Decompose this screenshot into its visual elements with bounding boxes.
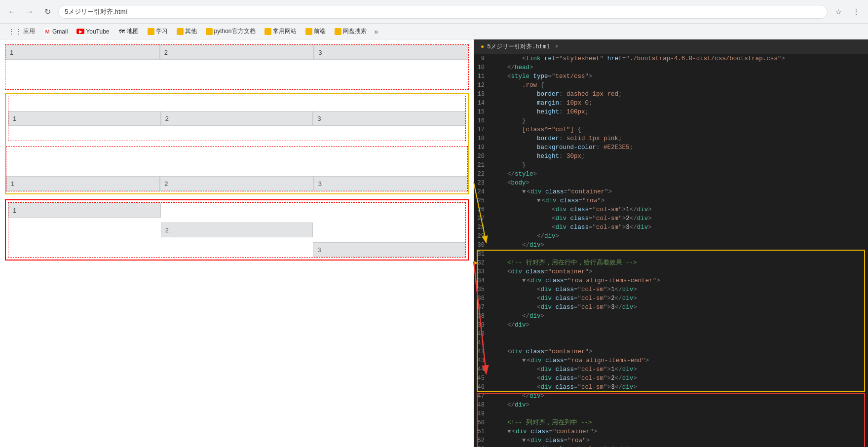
bookmark-common[interactable]: 常用网站: [262, 26, 300, 37]
tab-icon: ●: [481, 43, 484, 50]
code-editor[interactable]: ● 5メジリー引对齐.html × 9 <link rel="styleshee…: [474, 39, 868, 447]
bookmark-apps-label: 应用: [23, 27, 35, 36]
code-line-43: 43 ▼<div class="row align-items-end">: [474, 356, 868, 365]
main-area: 1 2 3: [0, 39, 868, 447]
bookmark-python[interactable]: python官方文档: [203, 26, 259, 37]
code-line-23: 23 <body>: [474, 179, 868, 187]
bookmarks-bar: ⋮⋮ 应用 M Gmail ▶ YouTube 🗺 地图 学习 其他 pytho…: [0, 24, 868, 39]
section1-col1: 1: [5, 45, 160, 60]
code-line-31: 31: [474, 250, 868, 259]
bookmark-apps[interactable]: ⋮⋮ 应用: [5, 26, 38, 37]
code-line-44: 44 <div class="col-sm">1</div>: [474, 365, 868, 374]
code-line-28: 28 <div class="col-sm">3</div>: [474, 223, 868, 232]
code-line-36: 36 <div class="col-sm">2</div>: [474, 294, 868, 303]
code-line-21: 21 }: [474, 161, 868, 170]
section4-col1: 1: [8, 203, 161, 218]
code-line-41: 41: [474, 338, 868, 347]
code-line-32: 32 ► <!-- 行对齐，用在行中，给行高着效果 -->: [474, 259, 868, 267]
section1-col2: 2: [160, 45, 314, 60]
code-line-46: 46 <div class="col-sm">3</div>: [474, 383, 868, 392]
bookmark-other-label: 其他: [185, 27, 197, 36]
common-icon: [264, 28, 271, 35]
bookmark-study[interactable]: 学习: [145, 26, 171, 37]
section3-col2: 2: [160, 176, 313, 191]
code-line-10: 10 </head>: [474, 63, 868, 72]
section1-col3: 3: [314, 45, 468, 60]
bookmark-study-label: 学习: [156, 27, 168, 36]
code-line-11: 11 <style type="text/css">: [474, 72, 868, 81]
section2-row: 1 2 3: [8, 96, 465, 141]
section4-row: 1 2 3: [8, 203, 465, 257]
section3-row: 1 2 3: [6, 147, 467, 191]
bookmark-disk-label: 网盘搜索: [343, 27, 367, 36]
maps-icon: 🗺: [118, 28, 125, 35]
code-line-16: 16 }: [474, 116, 868, 125]
bookmark-frontend-label: 前端: [314, 27, 326, 36]
code-line-9: 9 <link rel="stylesheet" href="./bootstr…: [474, 54, 868, 63]
other-icon: [177, 28, 184, 35]
code-line-15: 15 height: 100px;: [474, 108, 868, 116]
code-line-30: 30 </div>: [474, 241, 868, 250]
section3-col1: 1: [6, 176, 160, 191]
code-line-40: 40: [474, 330, 868, 338]
forward-button[interactable]: →: [23, 5, 37, 19]
code-scroll[interactable]: 9 <link rel="stylesheet" href="./bootstr…: [474, 54, 868, 447]
code-line-53: 53 <div class="col-sm">1</div>: [474, 445, 868, 447]
code-line-33: 33 <div class="container">: [474, 267, 868, 276]
bookmark-youtube[interactable]: ▶ YouTube: [74, 27, 112, 36]
bookmark-maps[interactable]: 🗺 地图: [115, 26, 142, 37]
code-line-13: 13 border: dashed 1px red;: [474, 90, 868, 99]
tab-close[interactable]: ×: [555, 43, 558, 50]
section2-col1: 1: [8, 111, 161, 126]
code-line-45: 45 <div class="col-sm">2</div>: [474, 374, 868, 383]
browser-content-wrapper: 1 2 3: [0, 39, 474, 447]
section3-col3: 3: [314, 176, 467, 191]
bookmark-button[interactable]: ☆: [831, 5, 845, 19]
section1-container: 1 2 3: [5, 44, 469, 90]
section4-col3: 3: [313, 242, 465, 257]
code-line-34: 34 ▼<div class="row align-items-center">: [474, 276, 868, 285]
code-line-38: 38 </div>: [474, 312, 868, 321]
bookmark-gmail-label: Gmail: [52, 28, 68, 35]
code-line-19: 19 background-color: #E2E3E5;: [474, 143, 868, 152]
bookmark-disk[interactable]: 网盘搜索: [332, 26, 370, 37]
address-bar[interactable]: [58, 5, 828, 19]
code-line-35: 35 <div class="col-sm">1</div>: [474, 285, 868, 294]
code-line-17: 17 [class^="col"] {: [474, 125, 868, 134]
menu-button[interactable]: ⋮: [849, 5, 863, 19]
tab-name: 5メジリー引对齐.html: [487, 42, 550, 51]
section-yellow-box: 1 2 3 1: [5, 93, 469, 194]
section2-col3: 3: [313, 111, 465, 126]
code-line-49: 49: [474, 410, 868, 418]
bookmark-python-label: python官方文档: [214, 27, 256, 36]
back-button[interactable]: ←: [5, 5, 19, 19]
demo-section-1: 1 2 3: [5, 44, 469, 90]
browser-toolbar: ← → ↻ ☆ ⋮: [0, 0, 868, 24]
code-line-18: 18 border: solid 1px pink;: [474, 134, 868, 143]
code-line-27: 27 <div class="col-sm">2</div>: [474, 214, 868, 223]
refresh-button[interactable]: ↻: [40, 5, 54, 19]
browser-content[interactable]: 1 2 3: [0, 39, 474, 265]
bookmark-other[interactable]: 其他: [174, 26, 200, 37]
disk-icon: [335, 28, 341, 35]
section2-inner: 1 2 3: [8, 96, 466, 141]
code-line-52: 52 ▼<div class="row">: [474, 436, 868, 445]
section4-inner: 1 2 3: [8, 202, 466, 258]
bookmark-gmail[interactable]: M Gmail: [41, 27, 71, 36]
code-line-47: 47 </div>: [474, 392, 868, 401]
editor-wrapper: ● 5メジリー引对齐.html × 9 <link rel="styleshee…: [474, 39, 868, 447]
python-icon: [206, 28, 213, 35]
section1-spacer: [5, 60, 468, 89]
editor-tab[interactable]: ● 5メジリー引对齐.html ×: [474, 39, 868, 54]
code-line-14: 14 margin: 10px 0;: [474, 99, 868, 108]
frontend-icon: [305, 28, 312, 35]
code-line-26: 26 <div class="col-sm">1</div>: [474, 205, 868, 214]
more-bookmarks[interactable]: »: [373, 28, 380, 36]
code-line-29: 29 </div>: [474, 232, 868, 241]
code-line-25: 25 ▼<div class="row">: [474, 196, 868, 205]
bookmark-common-label: 常用网站: [273, 27, 297, 36]
bookmark-frontend[interactable]: 前端: [302, 26, 329, 37]
section4-col2: 2: [161, 223, 313, 237]
section3-inner: 1 2 3: [6, 146, 468, 191]
code-lines: 9 <link rel="stylesheet" href="./bootstr…: [474, 54, 868, 447]
